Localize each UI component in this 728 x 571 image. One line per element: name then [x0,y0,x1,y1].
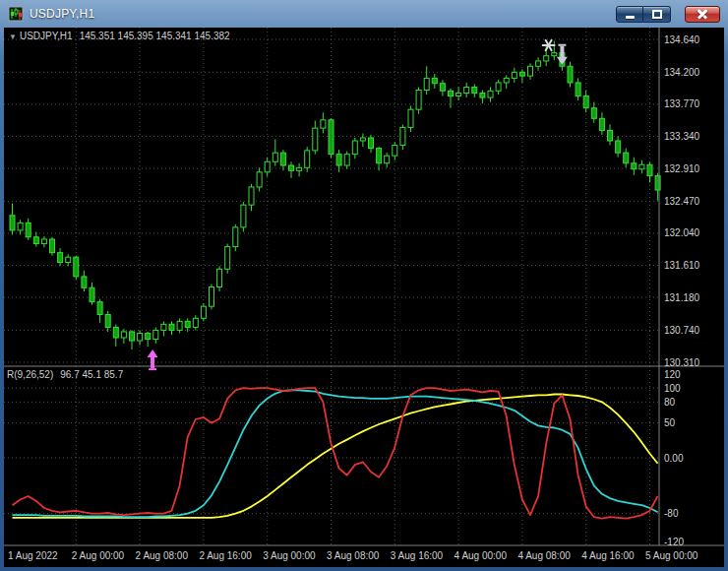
window-controls [616,6,724,23]
svg-text:132.470: 132.470 [664,196,700,207]
svg-text:2 Aug 00:00: 2 Aug 00:00 [72,550,125,561]
svg-text:100: 100 [664,383,681,394]
svg-text:130.740: 130.740 [664,325,700,336]
svg-text:4 Aug 00:00: 4 Aug 00:00 [455,550,508,561]
svg-text:0.00: 0.00 [664,453,684,464]
svg-text:131.180: 131.180 [664,292,700,303]
chart-canvas[interactable]: 134.640134.200133.770133.340132.910132.4… [4,28,724,567]
svg-text:3 Aug 08:00: 3 Aug 08:00 [327,550,380,561]
minimize-button[interactable] [616,6,643,23]
trade-markers[interactable] [148,40,568,369]
svg-text:2 Aug 08:00: 2 Aug 08:00 [136,550,189,561]
collapse-triangle-icon: ▼ [9,32,17,41]
svg-text:133.340: 133.340 [664,131,700,142]
buy-arrow-marker[interactable] [148,349,158,368]
svg-text:2 Aug 16:00: 2 Aug 16:00 [199,550,252,561]
svg-text:134.200: 134.200 [664,67,700,78]
svg-text:3 Aug 16:00: 3 Aug 16:00 [391,550,444,561]
svg-text:50: 50 [664,417,676,428]
indicator-header: R(9,26,52)96.7 45.1 85.7 [7,369,123,380]
indicator-lines-layer [13,388,658,518]
svg-text:4 Aug 08:00: 4 Aug 08:00 [517,550,571,561]
sell-arrow-marker[interactable] [557,46,568,65]
star-marker[interactable] [543,40,555,50]
window-titlebar[interactable]: USDJPY,H1 [0,0,728,28]
svg-text:133.770: 133.770 [664,98,700,109]
svg-text:120: 120 [664,369,681,380]
symbol-ohlc-header: ▼USDJPY,H1145.351 145.395 145.341 145.38… [9,31,230,41]
chart-client-area[interactable]: 134.640134.200133.770133.340132.910132.4… [4,28,724,567]
svg-text:1 Aug 2022: 1 Aug 2022 [8,550,58,561]
pane-separators[interactable] [4,28,724,545]
svg-text:-120: -120 [664,537,684,547]
close-icon [697,8,708,20]
indicator-line-red [13,388,658,518]
svg-text:-80: -80 [664,508,679,519]
svg-text:4 Aug 16:00: 4 Aug 16:00 [581,550,635,561]
svg-text:131.610: 131.610 [664,260,700,271]
close-button[interactable] [685,6,720,23]
candles-layer [10,41,660,350]
indicator-values: 96.7 45.1 85.7 [60,369,123,380]
indicator-name: R(9,26,52) [7,369,53,380]
maximize-button[interactable] [643,6,671,23]
minimize-icon [626,16,635,19]
svg-text:80: 80 [664,397,676,408]
svg-text:3 Aug 00:00: 3 Aug 00:00 [263,550,316,561]
svg-text:132.910: 132.910 [664,163,700,174]
ohlc-values: 145.351 145.395 145.341 145.382 [80,31,230,41]
svg-text:134.640: 134.640 [664,34,700,45]
svg-text:5 Aug 00:00: 5 Aug 00:00 [645,550,698,561]
svg-text:132.040: 132.040 [664,227,700,238]
maximize-icon [652,10,662,19]
chart-window-icon [8,6,24,22]
chart-window: USDJPY,H1 134.640134.200133.770133.34013… [0,0,728,571]
svg-text:130.310: 130.310 [664,357,700,368]
grid-layer [4,28,659,545]
symbol-label: USDJPY,H1 [20,31,73,41]
window-title: USDJPY,H1 [30,7,94,21]
